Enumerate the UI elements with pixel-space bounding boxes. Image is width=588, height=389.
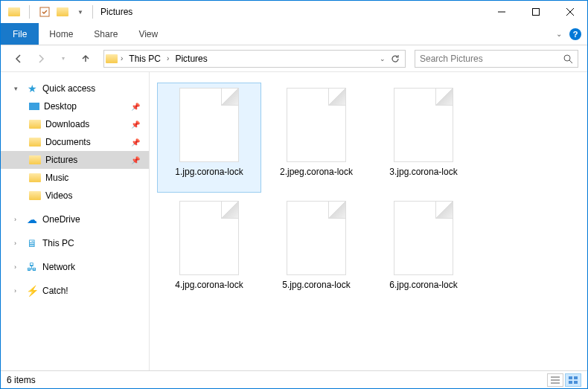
file-name: 5.jpg.corona-lock (282, 280, 350, 292)
file-item[interactable]: 5.jpg.corona-lock (264, 196, 368, 306)
folder-icon (29, 155, 41, 164)
file-name: 1.jpg.corona-lock (175, 167, 243, 179)
sidebar-item-label: Music (45, 173, 68, 183)
sidebar-item-desktop[interactable]: Desktop 📌 (1, 97, 149, 115)
tab-view[interactable]: View (128, 23, 168, 45)
file-icon (287, 88, 346, 162)
caret-icon[interactable]: › (14, 287, 22, 295)
svg-line-6 (569, 60, 572, 63)
status-bar: 6 items (1, 370, 587, 388)
catch-icon: ⚡ (26, 285, 38, 297)
svg-rect-2 (533, 9, 540, 16)
sidebar-label: This PC (42, 238, 74, 248)
tab-share[interactable]: Share (83, 23, 128, 45)
up-button[interactable] (77, 50, 95, 68)
sidebar-label: OneDrive (42, 214, 80, 225)
view-icons-button[interactable] (565, 373, 581, 387)
sidebar-item-label: Pictures (45, 155, 77, 165)
address-dropdown-icon[interactable]: ⌄ (380, 55, 386, 62)
folder-icon (29, 120, 41, 129)
network-icon: 🖧 (26, 261, 38, 273)
chevron-right-icon[interactable]: › (167, 54, 169, 62)
refresh-icon[interactable] (390, 54, 400, 64)
file-item[interactable]: 4.jpg.corona-lock (157, 196, 261, 306)
breadcrumb-pictures[interactable]: Pictures (172, 54, 210, 64)
star-icon: ★ (26, 83, 38, 94)
recent-dropdown-icon[interactable]: ▾ (54, 50, 72, 68)
svg-rect-12 (569, 381, 572, 384)
search-placeholder: Search Pictures (420, 54, 483, 64)
file-icon (394, 201, 453, 275)
title-bar: ▼ Pictures (1, 1, 587, 23)
qat-dropdown-icon[interactable]: ▼ (73, 4, 88, 19)
chevron-right-icon[interactable]: › (121, 54, 123, 62)
caret-icon[interactable]: ▾ (14, 85, 22, 92)
pin-icon: 📌 (131, 138, 140, 147)
explorer-icon (7, 4, 22, 19)
search-icon[interactable] (563, 54, 573, 64)
file-name: 2.jpeg.corona-lock (280, 167, 353, 179)
pin-icon: 📌 (131, 156, 140, 164)
new-folder-icon[interactable] (55, 4, 70, 19)
file-item[interactable]: 2.jpeg.corona-lock (264, 83, 368, 193)
view-details-button[interactable] (547, 373, 563, 387)
help-icon[interactable]: ? (569, 28, 581, 40)
files-pane[interactable]: 1.jpg.corona-lock 2.jpeg.corona-lock 3.j… (150, 72, 587, 370)
caret-icon[interactable]: › (14, 263, 22, 271)
maximize-button[interactable] (519, 1, 553, 23)
pc-icon: 🖥 (26, 237, 38, 249)
back-button[interactable] (10, 50, 28, 68)
file-icon (179, 201, 239, 275)
desktop-icon (29, 103, 39, 110)
file-tab[interactable]: File (1, 23, 39, 45)
sidebar-label: Network (42, 262, 75, 272)
file-name: 3.jpg.corona-lock (389, 167, 457, 179)
file-item[interactable]: 3.jpg.corona-lock (371, 83, 476, 193)
navigation-bar: ▾ › This PC › Pictures ⌄ Search Pictures (1, 45, 587, 72)
item-count: 6 items (7, 375, 36, 385)
forward-button[interactable] (32, 50, 50, 68)
tab-home[interactable]: Home (39, 23, 83, 45)
ribbon: File Home Share View ⌄ ? (1, 23, 587, 45)
address-folder-icon (106, 54, 118, 63)
properties-icon[interactable] (37, 4, 52, 19)
navigation-pane: ▾ ★ Quick access Desktop 📌 Downloads 📌 D… (1, 72, 150, 370)
file-icon (287, 201, 346, 275)
sidebar-item-label: Documents (45, 137, 91, 147)
folder-icon (29, 138, 41, 147)
sidebar-this-pc[interactable]: › 🖥 This PC (1, 234, 149, 252)
file-item[interactable]: 1.jpg.corona-lock (157, 83, 261, 193)
sidebar-item-pictures[interactable]: Pictures 📌 (1, 151, 149, 169)
sidebar-quick-access[interactable]: ▾ ★ Quick access (1, 80, 149, 97)
breadcrumb-this-pc[interactable]: This PC (126, 54, 164, 64)
svg-rect-10 (569, 376, 572, 379)
sidebar-item-label: Desktop (44, 101, 77, 112)
pin-icon: 📌 (131, 120, 140, 129)
sidebar-network[interactable]: › 🖧 Network (1, 258, 149, 276)
minimize-button[interactable] (485, 1, 519, 23)
svg-rect-11 (574, 376, 578, 379)
sidebar-item-label: Downloads (45, 119, 89, 129)
file-name: 6.jpg.corona-lock (389, 280, 457, 292)
file-icon (179, 88, 239, 162)
quick-access-toolbar: ▼ (7, 4, 88, 19)
address-bar[interactable]: › This PC › Pictures ⌄ (103, 50, 406, 68)
sidebar-item-videos[interactable]: Videos (1, 187, 149, 205)
file-item[interactable]: 6.jpg.corona-lock (371, 196, 476, 306)
sidebar-item-documents[interactable]: Documents 📌 (1, 133, 149, 151)
ribbon-collapse-icon[interactable]: ⌄ (556, 30, 562, 38)
file-name: 4.jpg.corona-lock (175, 280, 243, 292)
file-icon (394, 88, 453, 162)
pin-icon: 📌 (131, 103, 140, 111)
sidebar-item-downloads[interactable]: Downloads 📌 (1, 115, 149, 133)
sidebar-catch[interactable]: › ⚡ Catch! (1, 282, 149, 300)
svg-point-5 (564, 55, 570, 61)
search-input[interactable]: Search Pictures (415, 50, 578, 68)
caret-icon[interactable]: › (14, 216, 22, 223)
sidebar-item-label: Videos (45, 190, 72, 201)
sidebar-item-music[interactable]: Music (1, 169, 149, 187)
folder-icon (29, 191, 41, 200)
caret-icon[interactable]: › (14, 239, 22, 247)
close-button[interactable] (553, 1, 587, 23)
sidebar-onedrive[interactable]: › ☁ OneDrive (1, 210, 149, 228)
